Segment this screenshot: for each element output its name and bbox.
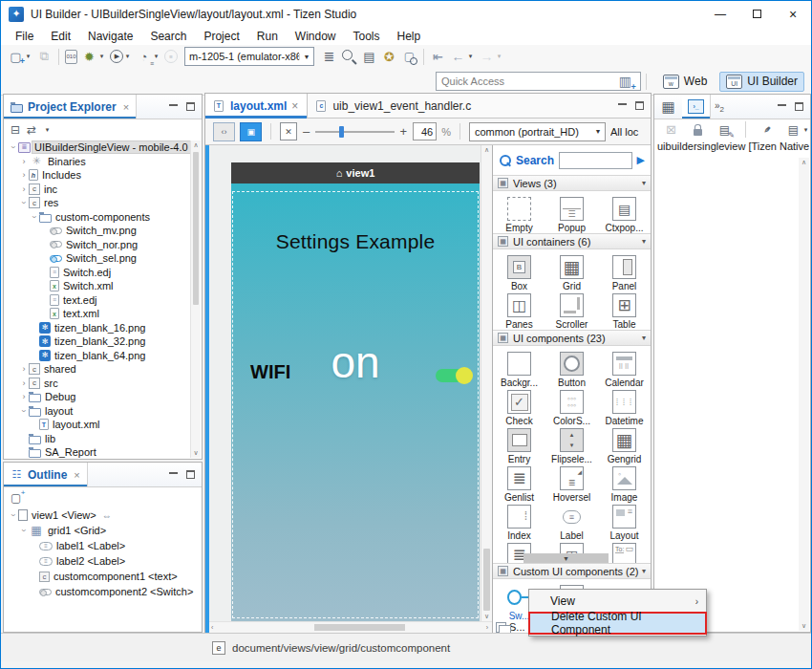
canvas-horizontal-scrollbar[interactable]: ‹ › [209, 621, 492, 633]
palette-item-image[interactable]: Image [598, 463, 651, 501]
wifi-toggle-switch[interactable] [436, 369, 471, 382]
palette-item-genlist[interactable]: Genlist [493, 463, 545, 501]
scroll-lock-button[interactable] [688, 119, 708, 140]
profile-button[interactable]: ▾ [134, 48, 162, 66]
zoom-value-input[interactable]: 46 [413, 122, 437, 140]
run-button[interactable]: ▾ [108, 49, 134, 64]
palette-item-label[interactable]: Label [545, 501, 598, 539]
tree-item-src[interactable]: ›src [5, 377, 190, 391]
palette-item-ctxpop[interactable]: Ctxpop... [598, 193, 651, 231]
pin-console-button[interactable] [757, 120, 777, 139]
menu-item-tools[interactable]: Tools [345, 30, 389, 43]
inspect-button[interactable] [339, 48, 359, 66]
tree-item-tizen-blank-64-png[interactable]: tizen_blank_64.png [5, 349, 190, 363]
console-list-button[interactable]: ▾ [783, 120, 812, 139]
scroll-right-icon[interactable]: › [486, 624, 488, 631]
dropdown-caret-icon[interactable]: ▾ [801, 126, 810, 134]
palette-item-datetime[interactable]: Datetime [598, 386, 651, 424]
search-go-icon[interactable]: ▶ [637, 154, 645, 166]
menu-item-window[interactable]: Window [287, 30, 345, 43]
scroll-down-icon[interactable]: ∨ [799, 622, 809, 630]
project-explorer-tab[interactable]: Project Explorer × [4, 95, 137, 119]
palette-item-panes[interactable]: Panes [493, 290, 545, 328]
perspective-web-button[interactable]: w Web [656, 72, 714, 92]
certificate-button[interactable] [379, 48, 399, 66]
palette-section-custom-ui-components-2[interactable]: ▦Custom UI components (2)▾ [493, 563, 651, 579]
scroll-up-icon[interactable]: ∧ [799, 159, 809, 166]
dropdown-caret-icon[interactable]: ▾ [123, 53, 132, 60]
palette-item-scroller[interactable]: Scroller [545, 290, 598, 328]
tree-item-sa-report[interactable]: SA_Report [5, 445, 190, 458]
device-combo[interactable]: m-1205-1 (emulator-x86)▼ [184, 47, 314, 66]
minimize-editor-icon[interactable] [618, 102, 627, 105]
minimize-panel-icon[interactable] [778, 103, 786, 106]
tree-item-debug[interactable]: ›Debug [5, 390, 190, 404]
tree-item-res[interactable]: ›res [5, 196, 190, 210]
console-tab-table-view[interactable] [654, 95, 682, 119]
dropdown-caret-icon[interactable]: ▾ [24, 53, 32, 60]
menu-item-project[interactable]: Project [195, 30, 247, 43]
palette-item-layout[interactable]: Layout [598, 501, 651, 539]
tree-item-uibuildersingleview-mobile-4-0[interactable]: ›UIBuilderSingleView - mobile-4.0 [5, 140, 190, 155]
minimize-panel-icon[interactable] [169, 471, 178, 474]
palette-section-ui-containers-6[interactable]: ▦UI containers (6)▾ [493, 233, 651, 249]
dropdown-caret-icon[interactable]: ▾ [97, 53, 106, 60]
new-wizard-button[interactable]: ▾ [6, 48, 34, 66]
maximize-panel-icon[interactable] [186, 102, 195, 111]
maximize-panel-icon[interactable] [795, 102, 803, 111]
tree-item-grid1-grid[interactable]: ›grid1 <Grid> [5, 523, 201, 538]
palette-item-colors[interactable]: ColorS... [545, 386, 598, 424]
palette-partial-item[interactable]: S... [496, 619, 525, 633]
palette-item-empty[interactable]: Empty [493, 193, 545, 231]
tab-layout-xml[interactable]: layout.xml × [205, 94, 308, 119]
tree-item-text-edj[interactable]: text.edj [5, 293, 190, 308]
perspective-ui-builder-button[interactable]: UI UI Builder [719, 72, 804, 92]
tree-item-layout[interactable]: ›layout [5, 404, 190, 419]
chevron-right-icon[interactable]: › [19, 170, 29, 180]
palette-item-gengrid[interactable]: Gengrid [598, 424, 651, 463]
tree-item-lib[interactable]: lib [5, 432, 190, 446]
link-with-editor-icon[interactable]: ⇄ [27, 123, 36, 137]
resolution-select[interactable]: common (portrait_HD) ▼ [469, 122, 606, 141]
zoom-in-button[interactable]: + [399, 124, 408, 139]
chevron-down-icon[interactable]: › [19, 406, 29, 416]
debug-button[interactable]: ▾ [79, 48, 108, 66]
chevron-down-icon[interactable]: › [9, 142, 18, 152]
collapse-section-icon[interactable]: ▾ [642, 334, 646, 342]
tree-item-inc[interactable]: ›inc [5, 183, 190, 197]
chevron-right-icon[interactable]: › [19, 364, 29, 374]
design-canvas[interactable]: ⌂ view1 Settings Example on WIFI [209, 145, 481, 621]
scroll-left-icon[interactable]: ‹ [211, 624, 213, 631]
tree-item-label1-label[interactable]: label1 <Label> [5, 538, 201, 553]
context-menu-item-view[interactable]: View› [529, 591, 706, 612]
tree-item-switch-sel-png[interactable]: Switch_sel.png [5, 251, 190, 266]
open-perspective-button[interactable] [614, 73, 636, 91]
tree-item-customcomponent1-text[interactable]: customcomponent1 <text> [5, 569, 201, 584]
collapse-all-icon[interactable]: ⊟ [11, 123, 20, 137]
design-view-button[interactable]: ▣ [240, 122, 262, 141]
view-body[interactable]: Settings Example on WIFI [231, 183, 480, 621]
palette-item-calendar[interactable]: Calendar [598, 348, 651, 386]
tree-item-tizen-blank-32-png[interactable]: tizen_blank_32.png [5, 334, 190, 349]
zoom-slider-thumb[interactable] [339, 126, 344, 138]
scroll-up-icon[interactable]: ∧ [481, 146, 492, 154]
context-menu-item-delete-custom-ui-component[interactable]: Delete Custom UI Component [528, 612, 707, 635]
collapse-section-icon[interactable]: ▾ [642, 567, 646, 575]
edit-console-button[interactable] [715, 120, 735, 139]
close-button[interactable]: × [775, 1, 811, 27]
tree-item-switch-mv-png[interactable]: Switch_mv.png [5, 224, 190, 238]
palette-item-button[interactable]: Button [545, 348, 598, 386]
palette-item-hoversel[interactable]: Hoversel [545, 463, 598, 501]
close-tab-icon[interactable]: × [123, 101, 129, 113]
problems-list-button[interactable] [319, 48, 339, 66]
toolbar-icon[interactable] [612, 543, 636, 563]
menu-item-run[interactable]: Run [248, 30, 287, 43]
back-button[interactable]: ▾ [448, 48, 477, 66]
heading-label[interactable]: Settings Example [231, 230, 480, 253]
zoom-slider[interactable] [315, 125, 395, 139]
dropdown-caret-icon[interactable]: ▾ [466, 53, 475, 60]
palette-item-grid[interactable]: Grid [545, 251, 598, 290]
chevron-down-icon[interactable]: › [30, 212, 39, 222]
menu-item-search[interactable]: Search [141, 30, 195, 43]
palette-scroll-hint[interactable]: ▼ [524, 553, 609, 563]
